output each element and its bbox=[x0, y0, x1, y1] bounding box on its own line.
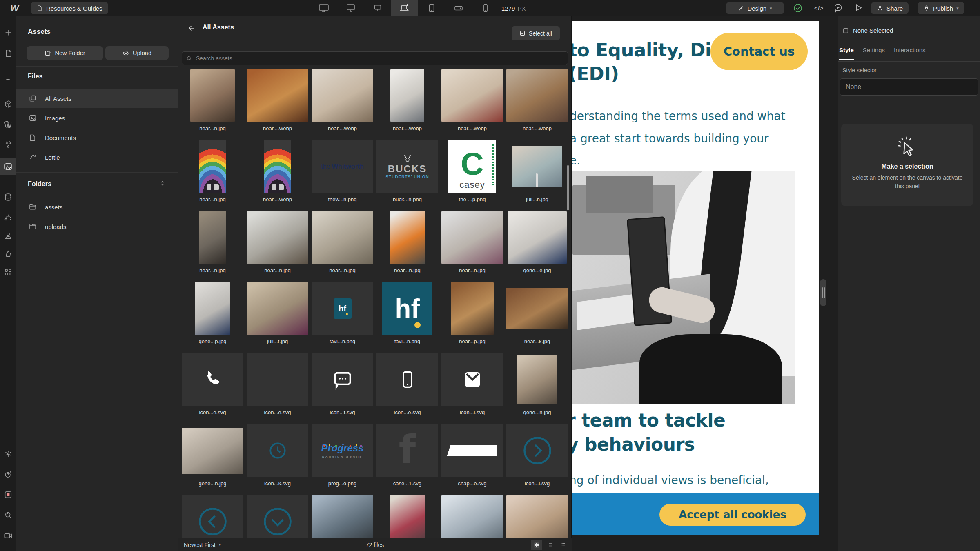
asset-tile[interactable]: hear...k.jpg bbox=[506, 282, 568, 353]
list-view-button[interactable] bbox=[544, 540, 555, 550]
grid-scrollbar-thumb[interactable] bbox=[567, 165, 569, 210]
asset-tile[interactable]: ProgressHOUSING GROUP prog...o.png bbox=[312, 424, 373, 495]
asset-tile[interactable]: BUCKSSTUDENTS' UNION buck...n.png bbox=[376, 140, 438, 211]
asset-tile[interactable]: icon...e.svg bbox=[247, 353, 308, 424]
sidebar-item-lottie[interactable]: Lottie bbox=[16, 147, 178, 167]
breakpoint-tablet-icon[interactable] bbox=[418, 0, 445, 16]
asset-tile[interactable]: hear....webp bbox=[247, 69, 308, 140]
components-button[interactable] bbox=[0, 96, 16, 112]
select-all-button[interactable]: Select all bbox=[512, 26, 560, 40]
code-export-icon[interactable]: </> bbox=[814, 5, 824, 11]
asset-tile[interactable]: shap...e.svg bbox=[441, 424, 503, 495]
recorder-button[interactable] bbox=[0, 487, 16, 503]
design-mode-dropdown[interactable]: Design ▾ bbox=[726, 2, 784, 14]
folder-item-assets[interactable]: assets bbox=[16, 197, 178, 217]
asset-tile[interactable]: hear....webp bbox=[441, 69, 503, 140]
settings-button[interactable] bbox=[0, 446, 16, 462]
asset-tile[interactable]: gene...n.jpg bbox=[506, 353, 568, 424]
asset-tile[interactable] bbox=[506, 495, 568, 538]
folder-item-uploads[interactable]: uploads bbox=[16, 217, 178, 236]
breakpoint-desktop-large-icon[interactable] bbox=[337, 0, 364, 16]
sidebar-item-images[interactable]: Images bbox=[16, 108, 178, 128]
asset-tile[interactable]: icon...l.svg bbox=[441, 353, 503, 424]
asset-tile[interactable] bbox=[182, 495, 243, 538]
video-tutorials-button[interactable] bbox=[0, 527, 16, 544]
folders-sort-icon[interactable] bbox=[159, 180, 166, 187]
logic-button[interactable] bbox=[0, 209, 16, 226]
zoom-button[interactable] bbox=[0, 507, 16, 523]
breakpoint-width-indicator[interactable]: 1279 PX bbox=[501, 0, 526, 16]
asset-tile[interactable] bbox=[441, 495, 503, 538]
asset-tile[interactable]: f case...1.svg bbox=[376, 424, 438, 495]
breakpoint-phone-icon[interactable] bbox=[472, 0, 499, 16]
panel-resize-handle[interactable] bbox=[536, 173, 538, 187]
asset-tile[interactable]: hear....webp bbox=[506, 69, 568, 140]
canvas-resize-handle[interactable] bbox=[820, 279, 826, 306]
tab-interactions[interactable]: Interactions bbox=[894, 47, 926, 60]
asset-tile[interactable]: hear....webp bbox=[376, 69, 438, 140]
asset-tile[interactable]: hf favi...n.png bbox=[312, 282, 373, 353]
cms-button[interactable] bbox=[0, 189, 16, 205]
sort-dropdown[interactable]: Newest First ▾ bbox=[184, 542, 221, 548]
add-elements-button[interactable] bbox=[0, 24, 16, 41]
ecommerce-button[interactable] bbox=[0, 246, 16, 262]
publish-button[interactable]: Publish ▾ bbox=[918, 2, 964, 14]
asset-tile[interactable]: theWhitworth thew...h.png bbox=[312, 140, 373, 211]
asset-tile[interactable]: hear...n.jpg bbox=[182, 140, 243, 211]
style-selector-input[interactable]: None bbox=[840, 78, 978, 96]
breakpoint-phone-landscape-icon[interactable] bbox=[445, 0, 472, 16]
share-button[interactable]: Share bbox=[871, 2, 909, 14]
asset-tile[interactable]: hear...p.jpg bbox=[441, 282, 503, 353]
upload-button[interactable]: Upload bbox=[105, 46, 169, 60]
asset-tile[interactable]: icon...l.svg bbox=[506, 424, 568, 495]
breakpoint-laptop-icon[interactable] bbox=[391, 0, 418, 16]
apps-button[interactable] bbox=[0, 264, 16, 280]
page-canvas[interactable]: to Equality, Div (EDI) Contact us dersta… bbox=[572, 21, 819, 535]
search-input[interactable] bbox=[195, 55, 564, 62]
asset-tile[interactable]: hear...n.jpg bbox=[441, 211, 503, 282]
asset-tile[interactable]: hf favi...n.png bbox=[376, 282, 438, 353]
pages-button[interactable] bbox=[0, 45, 16, 61]
asset-tile[interactable]: juli...t.jpg bbox=[247, 282, 308, 353]
asset-tile[interactable]: hear....webp bbox=[312, 69, 373, 140]
asset-tile[interactable] bbox=[312, 495, 373, 538]
asset-tile[interactable] bbox=[247, 495, 308, 538]
new-folder-button[interactable]: New Folder bbox=[27, 46, 103, 60]
status-check-icon[interactable] bbox=[793, 3, 803, 13]
asset-tile[interactable]: hear...n.jpg bbox=[376, 211, 438, 282]
asset-tile[interactable]: hear...n.jpg bbox=[182, 69, 243, 140]
asset-tile[interactable]: gene...n.jpg bbox=[182, 424, 243, 495]
comments-icon[interactable] bbox=[833, 3, 843, 13]
styles-button[interactable] bbox=[0, 116, 16, 133]
breakpoint-desktop-xl-icon[interactable] bbox=[310, 0, 337, 16]
asset-tile[interactable]: icon...t.svg bbox=[312, 353, 373, 424]
asset-tile[interactable] bbox=[376, 495, 438, 538]
asset-tile[interactable]: icon...e.svg bbox=[376, 353, 438, 424]
contact-us-button[interactable]: Contact us bbox=[710, 33, 808, 70]
back-arrow-icon[interactable] bbox=[187, 24, 196, 33]
help-button[interactable] bbox=[0, 466, 16, 482]
asset-tile[interactable]: Ccasey the-...p.png bbox=[441, 140, 503, 211]
asset-tile[interactable]: gene...e.jpg bbox=[506, 211, 568, 282]
navigator-button[interactable] bbox=[0, 69, 16, 86]
asset-tile[interactable]: icon...e.svg bbox=[182, 353, 243, 424]
grid-view-button[interactable] bbox=[531, 540, 542, 550]
breakpoint-desktop-icon[interactable] bbox=[364, 0, 391, 16]
asset-search-field[interactable] bbox=[182, 51, 568, 65]
asset-tile[interactable]: gene...p.jpg bbox=[182, 282, 243, 353]
sidebar-item-all-assets[interactable]: All Assets bbox=[16, 89, 178, 108]
assets-button[interactable] bbox=[0, 158, 16, 175]
asset-tile[interactable]: hear....webp bbox=[247, 140, 308, 211]
asset-tile[interactable]: hear...n.jpg bbox=[247, 211, 308, 282]
webflow-logo-icon[interactable]: W bbox=[7, 3, 23, 13]
resources-guides-button[interactable]: Resources & Guides bbox=[31, 2, 108, 14]
asset-tile[interactable]: hear...n.jpg bbox=[182, 211, 243, 282]
users-button[interactable] bbox=[0, 227, 16, 244]
variables-button[interactable] bbox=[0, 137, 16, 153]
asset-tile[interactable]: hear...n.jpg bbox=[312, 211, 373, 282]
tab-style[interactable]: Style bbox=[839, 47, 854, 60]
asset-tile[interactable]: icon...k.svg bbox=[247, 424, 308, 495]
detail-list-view-button[interactable] bbox=[557, 540, 568, 550]
accept-cookies-button[interactable]: Accept all cookies bbox=[659, 504, 806, 526]
sidebar-item-documents[interactable]: Documents bbox=[16, 128, 178, 147]
